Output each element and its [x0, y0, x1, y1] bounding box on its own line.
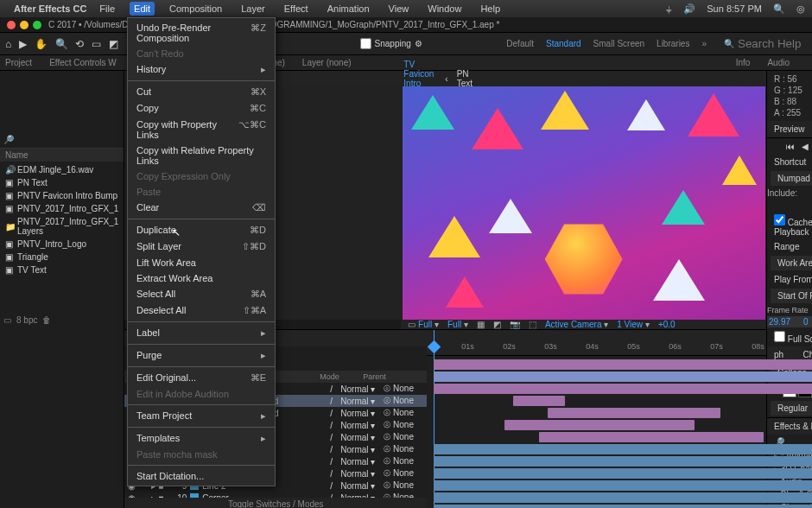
- menu-item[interactable]: Start Dictation...: [128, 468, 275, 484]
- layer-duration-bar[interactable]: [434, 384, 812, 394]
- project-search-icon[interactable]: 🔎: [3, 135, 14, 144]
- layer-duration-bar[interactable]: [434, 359, 812, 370]
- menu-item[interactable]: Undo Pre-Render Composition⌘Z: [128, 20, 275, 46]
- project-asset[interactable]: ▣PN Text: [0, 176, 124, 189]
- blend-mode[interactable]: Normal ▾: [340, 421, 384, 430]
- layout-more-icon[interactable]: »: [701, 39, 707, 48]
- layer-switch-icon[interactable]: /: [330, 409, 340, 418]
- menu-item[interactable]: Select All⌘A: [128, 286, 275, 302]
- layer-duration-bar[interactable]: [434, 371, 812, 382]
- pan-behind-tool-icon[interactable]: ◩: [109, 38, 118, 50]
- menu-view[interactable]: View: [384, 2, 414, 16]
- selection-tool-icon[interactable]: ▶: [19, 38, 27, 50]
- channel-icon[interactable]: ⬚: [529, 320, 536, 329]
- range-select[interactable]: Work Area: [777, 258, 812, 268]
- project-name-header[interactable]: Name: [0, 149, 124, 162]
- snap-opt-icon[interactable]: ⚙: [415, 39, 422, 48]
- bpc-label[interactable]: 8 bpc: [16, 315, 37, 325]
- layer-duration-bar[interactable]: [434, 468, 812, 479]
- menu-item[interactable]: Extract Work Area: [128, 270, 275, 286]
- layout-standard[interactable]: Standard: [546, 39, 581, 48]
- timeline-layer-row[interactable]: ◉▸ ■10Corner/Normal ▾⦾ None: [124, 492, 427, 498]
- blend-mode[interactable]: Normal ▾: [340, 409, 384, 418]
- zoom-window-icon[interactable]: [33, 21, 41, 29]
- menu-edit[interactable]: Edit: [130, 2, 155, 16]
- timeline-tracks[interactable]: 01s02s03s04s05s06s07s08s: [427, 330, 766, 508]
- layer-duration-bar[interactable]: [434, 444, 812, 454]
- fullscreen-checkbox[interactable]: Full Screen: [774, 334, 812, 344]
- parent-select[interactable]: ⦾ None: [384, 384, 423, 394]
- resolution-select[interactable]: Full ▾: [447, 320, 468, 329]
- tab-project[interactable]: Project: [5, 58, 32, 67]
- tab-layer[interactable]: Layer (none): [302, 58, 352, 67]
- menu-effect[interactable]: Effect: [280, 2, 313, 16]
- tab-audio[interactable]: Audio: [767, 58, 790, 67]
- home-icon[interactable]: ⌂: [5, 38, 11, 50]
- menu-item[interactable]: Clear⌫: [128, 200, 275, 216]
- project-asset[interactable]: ▣PNTV_2017_Intro_GFX_1: [0, 202, 124, 215]
- menu-help[interactable]: Help: [476, 2, 504, 16]
- project-asset[interactable]: ▣Triangle: [0, 251, 124, 264]
- menu-item[interactable]: Split Layer⇧⌘D: [128, 238, 275, 255]
- prev-frame-icon[interactable]: ◀: [802, 142, 809, 151]
- camera-tool-icon[interactable]: ▭: [92, 38, 101, 50]
- tab-character[interactable]: Character: [802, 350, 812, 359]
- menu-window[interactable]: Window: [423, 2, 466, 16]
- shortcut-select[interactable]: Numpad 0: [777, 174, 812, 183]
- close-window-icon[interactable]: [7, 21, 16, 29]
- menu-item[interactable]: Edit Original...⌘E: [128, 370, 275, 386]
- layer-duration-bar[interactable]: [434, 492, 812, 503]
- menu-item[interactable]: Label▸: [128, 325, 275, 341]
- magnification[interactable]: ▭ Full ▾: [408, 320, 439, 329]
- menu-item[interactable]: Copy with Relative Property Links: [128, 143, 275, 168]
- cache-checkbox[interactable]: Cache Before Playback: [774, 218, 812, 237]
- parent-select[interactable]: ⦾ None: [384, 456, 423, 467]
- menu-item[interactable]: Duplicate⌘D: [128, 222, 275, 238]
- tab-info[interactable]: Info: [736, 58, 751, 67]
- app-name[interactable]: After Effects CC: [14, 3, 86, 14]
- blend-mode[interactable]: Normal ▾: [340, 481, 384, 491]
- menu-item[interactable]: Copy with Property Links⌥⌘C: [128, 117, 275, 143]
- layer-switch-icon[interactable]: /: [330, 433, 340, 442]
- comp-tab-2[interactable]: PN Text: [457, 69, 473, 88]
- menu-item[interactable]: Templates▸: [128, 430, 275, 447]
- layer-switch-icon[interactable]: /: [330, 457, 340, 467]
- camera-select[interactable]: Active Camera ▾: [545, 320, 608, 329]
- parent-select[interactable]: ⦾ None: [384, 468, 423, 479]
- layer-switch-icon[interactable]: /: [330, 445, 340, 454]
- rotate-tool-icon[interactable]: ⟲: [75, 38, 84, 50]
- effects-title[interactable]: Effects & Presets: [774, 422, 812, 431]
- blend-mode[interactable]: Normal ▾: [340, 397, 384, 406]
- font-style-select[interactable]: Regular: [777, 403, 808, 413]
- layer-switch-icon[interactable]: /: [330, 421, 340, 430]
- tab-preview[interactable]: Preview: [774, 124, 805, 134]
- hand-tool-icon[interactable]: ✋: [35, 38, 48, 50]
- project-asset[interactable]: 📁PNTV_2017_Intro_GFX_1 Layers: [0, 215, 124, 238]
- project-asset[interactable]: ▣PNTV_Intro_Logo: [0, 238, 124, 251]
- menu-item[interactable]: History▸: [128, 61, 275, 78]
- layer-switch-icon[interactable]: /: [330, 397, 340, 406]
- wifi-icon[interactable]: ⏚: [666, 3, 672, 14]
- layer-duration-bar[interactable]: [539, 432, 764, 442]
- volume-icon[interactable]: 🔊: [683, 3, 695, 14]
- layer-duration-bar[interactable]: [434, 505, 812, 508]
- project-asset[interactable]: ▣TV Text: [0, 264, 124, 276]
- project-asset[interactable]: ▣PNTV Favicon Intro Bump: [0, 189, 124, 202]
- layer-switch-icon[interactable]: /: [330, 469, 340, 479]
- snapping-checkbox[interactable]: [360, 38, 371, 49]
- toggle-switches[interactable]: Toggle Switches / Modes: [124, 498, 427, 508]
- clock[interactable]: Sun 8:57 PM: [707, 3, 762, 14]
- spotlight-icon[interactable]: 🔍: [773, 3, 785, 14]
- blend-mode[interactable]: Normal ▾: [340, 433, 384, 442]
- layer-duration-bar[interactable]: [504, 420, 695, 430]
- tab-ph[interactable]: ph: [774, 350, 783, 359]
- menu-animation[interactable]: Animation: [323, 2, 374, 16]
- menu-item[interactable]: Cut⌘X: [128, 84, 275, 100]
- mask-icon[interactable]: ◩: [493, 320, 501, 329]
- menu-item[interactable]: Copy⌘C: [128, 100, 275, 117]
- framerate-input[interactable]: 29.97: [767, 316, 802, 327]
- skip-input[interactable]: 0: [802, 316, 812, 327]
- parent-select[interactable]: ⦾ None: [384, 480, 423, 491]
- interpret-icon[interactable]: ▭: [3, 315, 11, 325]
- blend-mode[interactable]: Normal ▾: [340, 445, 384, 454]
